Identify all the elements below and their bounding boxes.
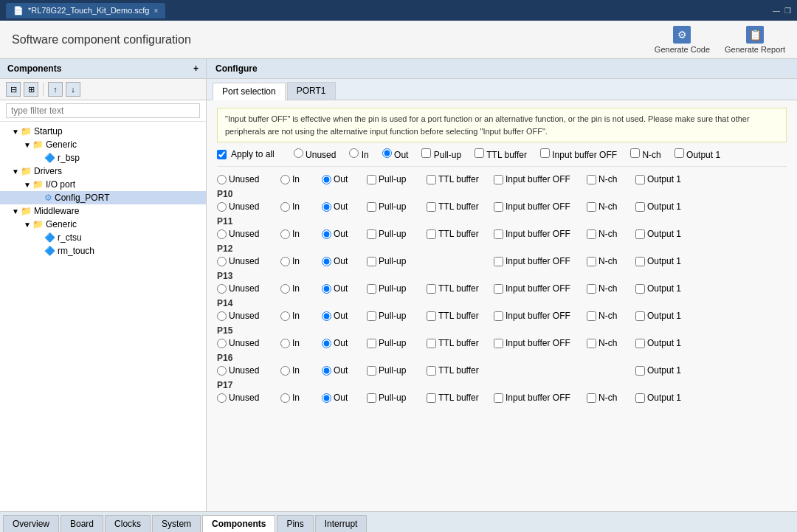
apply-pullup-checkbox[interactable] bbox=[421, 148, 431, 158]
out-label[interactable]: Out bbox=[322, 256, 362, 266]
in-radio[interactable] bbox=[280, 257, 290, 266]
pullup-checkbox[interactable] bbox=[367, 366, 376, 376]
pullup-label[interactable]: Pull-up bbox=[367, 174, 422, 184]
unused-radio[interactable] bbox=[217, 229, 227, 239]
out1-label[interactable]: Output 1 bbox=[635, 283, 694, 294]
iboff-label[interactable]: Input buffer OFF bbox=[494, 338, 582, 348]
out1-checkbox[interactable] bbox=[635, 257, 645, 266]
pullup-label[interactable]: Pull-up bbox=[367, 365, 422, 376]
pullup-checkbox[interactable] bbox=[367, 311, 376, 321]
unused-radio[interactable] bbox=[217, 202, 227, 212]
ttl-checkbox[interactable] bbox=[427, 311, 436, 321]
out-label[interactable]: Out bbox=[322, 201, 362, 212]
unused-label[interactable]: Unused bbox=[217, 393, 276, 403]
ttl-checkbox[interactable] bbox=[427, 284, 436, 294]
out1-checkbox[interactable] bbox=[635, 229, 645, 239]
apply-ttl-label[interactable]: TTL buffer bbox=[475, 150, 527, 160]
unused-radio[interactable] bbox=[217, 393, 227, 403]
in-radio[interactable] bbox=[280, 175, 290, 184]
sidebar-item-r-ctsu[interactable]: 🔷 r_ctsu bbox=[0, 231, 206, 244]
in-label[interactable]: In bbox=[280, 393, 317, 403]
tab-interrupt[interactable]: Interrupt bbox=[315, 515, 368, 532]
unused-radio[interactable] bbox=[217, 339, 227, 348]
apply-to-all-checkbox[interactable] bbox=[217, 150, 227, 159]
in-label[interactable]: In bbox=[280, 311, 317, 321]
sidebar-item-startup[interactable]: ▼ 📁 Startup bbox=[0, 125, 206, 138]
out1-checkbox[interactable] bbox=[635, 175, 645, 184]
out-radio[interactable] bbox=[322, 393, 331, 403]
in-radio[interactable] bbox=[280, 229, 290, 239]
ttl-label[interactable]: TTL buffer bbox=[427, 283, 489, 294]
pullup-label[interactable]: Pull-up bbox=[367, 201, 422, 212]
nch-checkbox[interactable] bbox=[587, 339, 596, 348]
pullup-label[interactable]: Pull-up bbox=[367, 393, 422, 403]
filter-input[interactable] bbox=[6, 103, 200, 118]
in-radio[interactable] bbox=[280, 339, 290, 348]
nch-label[interactable]: N-ch bbox=[587, 256, 631, 266]
unused-label[interactable]: Unused bbox=[217, 338, 276, 348]
out-label[interactable]: Out bbox=[322, 283, 362, 294]
out1-label[interactable]: Output 1 bbox=[635, 229, 694, 239]
out-radio[interactable] bbox=[322, 366, 331, 376]
tab-pins[interactable]: Pins bbox=[277, 515, 313, 532]
in-radio[interactable] bbox=[280, 311, 290, 321]
nch-checkbox[interactable] bbox=[587, 393, 596, 403]
apply-in-label[interactable]: In bbox=[349, 150, 368, 160]
apply-ttl-checkbox[interactable] bbox=[475, 148, 484, 158]
out1-checkbox[interactable] bbox=[635, 284, 645, 294]
unused-radio[interactable] bbox=[217, 175, 227, 184]
ttl-checkbox[interactable] bbox=[427, 202, 436, 212]
out1-label[interactable]: Output 1 bbox=[635, 201, 694, 212]
pullup-label[interactable]: Pull-up bbox=[367, 338, 422, 348]
unused-label[interactable]: Unused bbox=[217, 365, 276, 376]
out-radio[interactable] bbox=[322, 284, 331, 294]
in-radio[interactable] bbox=[280, 202, 290, 212]
iboff-checkbox[interactable] bbox=[494, 311, 503, 321]
ttl-label[interactable]: TTL buffer bbox=[427, 338, 489, 348]
tab-overview[interactable]: Overview bbox=[3, 515, 59, 532]
ttl-checkbox[interactable] bbox=[427, 229, 436, 239]
ttl-checkbox[interactable] bbox=[427, 393, 436, 403]
pullup-label[interactable]: Pull-up bbox=[367, 256, 422, 266]
out-radio[interactable] bbox=[322, 257, 331, 266]
in-label[interactable]: In bbox=[280, 256, 317, 266]
tab-port-selection[interactable]: Port selection bbox=[213, 83, 286, 100]
add-component-button[interactable]: + bbox=[193, 63, 199, 74]
ttl-checkbox[interactable] bbox=[427, 175, 436, 184]
iboff-checkbox[interactable] bbox=[494, 339, 503, 348]
nch-label[interactable]: N-ch bbox=[587, 283, 631, 294]
close-tab-button[interactable]: × bbox=[153, 7, 158, 15]
pullup-checkbox[interactable] bbox=[367, 284, 376, 294]
in-label[interactable]: In bbox=[280, 338, 317, 348]
out-radio[interactable] bbox=[322, 229, 331, 239]
out-label[interactable]: Out bbox=[322, 174, 362, 184]
nch-label[interactable]: N-ch bbox=[587, 393, 631, 403]
out1-checkbox[interactable] bbox=[635, 393, 645, 403]
iboff-label[interactable]: Input buffer OFF bbox=[494, 311, 582, 321]
in-radio[interactable] bbox=[280, 284, 290, 294]
nch-label[interactable]: N-ch bbox=[587, 338, 631, 348]
collapse-all-button[interactable]: ⊟ bbox=[6, 82, 21, 97]
apply-to-all-label[interactable]: Apply to all bbox=[231, 149, 275, 159]
out1-label[interactable]: Output 1 bbox=[635, 365, 694, 376]
in-label[interactable]: In bbox=[280, 365, 317, 376]
unused-radio[interactable] bbox=[217, 257, 227, 266]
out1-label[interactable]: Output 1 bbox=[635, 311, 694, 321]
tab-system[interactable]: System bbox=[152, 515, 201, 532]
move-down-button[interactable]: ↓ bbox=[66, 82, 80, 97]
iboff-checkbox[interactable] bbox=[494, 284, 503, 294]
ttl-label[interactable]: TTL buffer bbox=[427, 393, 489, 403]
nch-label[interactable]: N-ch bbox=[587, 201, 631, 212]
out-radio[interactable] bbox=[322, 311, 331, 321]
unused-label[interactable]: Unused bbox=[217, 229, 276, 239]
apply-nch-checkbox[interactable] bbox=[630, 148, 640, 158]
iboff-checkbox[interactable] bbox=[494, 202, 503, 212]
unused-label[interactable]: Unused bbox=[217, 201, 276, 212]
apply-out-label[interactable]: Out bbox=[382, 150, 409, 160]
out-label[interactable]: Out bbox=[322, 229, 362, 239]
sidebar-item-generic1[interactable]: ▼ 📁 Generic bbox=[0, 138, 206, 151]
apply-in-radio[interactable] bbox=[349, 148, 359, 158]
out1-checkbox[interactable] bbox=[635, 202, 645, 212]
out1-label[interactable]: Output 1 bbox=[635, 338, 694, 348]
out-radio[interactable] bbox=[322, 202, 331, 212]
